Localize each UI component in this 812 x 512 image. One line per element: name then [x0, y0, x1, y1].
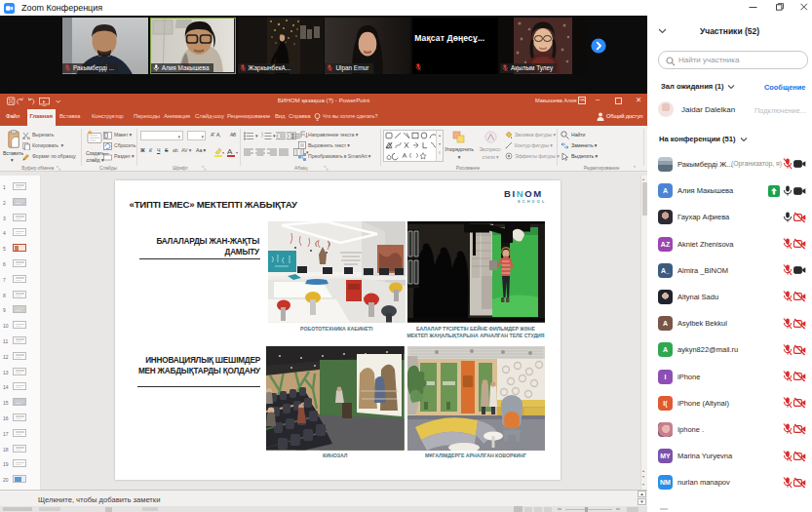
- svg-text:▾: ▾: [236, 150, 238, 155]
- svg-text:▾: ▾: [222, 150, 224, 155]
- svg-text:А: А: [227, 147, 233, 156]
- svg-text:2: 2: [261, 135, 263, 138]
